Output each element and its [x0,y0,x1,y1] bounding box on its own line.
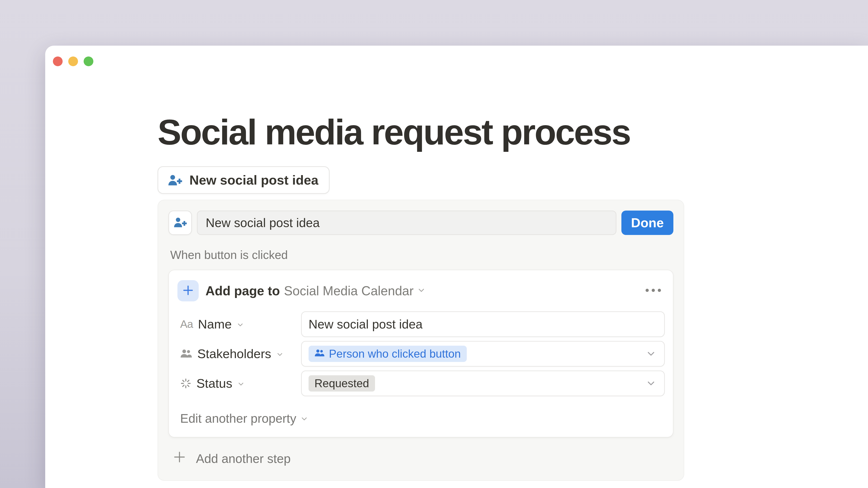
chevron-down-icon [646,379,656,388]
name-property-label[interactable]: Aa Name [178,317,301,331]
window-controls [53,57,93,66]
people-icon [180,349,192,359]
text-icon: Aa [180,318,193,330]
step-action-label: Add page to [206,283,280,298]
editor-header: Done [168,210,673,235]
person-add-icon [173,216,187,229]
button-editor-panel: Done When button is clicked Add page to [158,200,684,481]
new-social-post-idea-button[interactable]: New social post idea [158,166,330,194]
button-icon-picker[interactable] [168,210,192,235]
close-window-button[interactable] [53,57,63,66]
status-icon [180,378,191,389]
chevron-down-icon [276,346,283,361]
chevron-down-icon [301,411,308,426]
page-title[interactable]: Social media request process [158,111,685,154]
app-window: Social media request process New social … [45,46,868,488]
stakeholders-property-label[interactable]: Stakeholders [178,346,301,361]
minimize-window-button[interactable] [68,57,78,66]
trigger-caption: When button is clicked [170,248,673,262]
step-header: Add page to Social Media Calendar [178,280,665,301]
property-rows: Aa Name [178,311,665,396]
status-pill[interactable]: Requested [309,375,375,392]
person-pill-label: Person who clicked button [329,347,461,360]
add-another-step-button[interactable]: Add another step [168,447,673,470]
target-database-label: Social Media Calendar [284,283,413,298]
status-value-select[interactable]: Requested [301,370,665,396]
edit-another-property-button[interactable]: Edit another property [178,411,308,426]
chevron-down-icon [237,317,244,331]
chevron-down-icon [646,349,656,359]
add-page-step-chip[interactable] [178,280,199,301]
people-icon [314,347,325,360]
add-another-step-label: Add another step [196,451,291,466]
edit-another-property-label: Edit another property [180,411,296,426]
person-pill[interactable]: Person who clicked button [309,346,467,362]
property-label-text: Stakeholders [197,346,271,361]
target-database-select[interactable]: Social Media Calendar [284,283,425,298]
plus-icon [173,451,186,466]
stakeholders-value-select[interactable]: Person who clicked button [301,341,665,367]
property-row-status: Status Requested [178,370,665,396]
property-row-stakeholders: Stakeholders [178,341,665,367]
trigger-button-label: New social post idea [189,172,318,188]
person-add-icon [167,173,183,187]
property-label-text: Name [198,317,232,331]
property-row-name: Aa Name [178,311,665,337]
page-content: Social media request process New social … [158,46,685,481]
chevron-down-icon [417,286,426,295]
button-name-input[interactable] [197,210,616,235]
name-value-field [301,311,665,337]
ellipsis-icon [645,289,661,293]
automation-step-card: Add page to Social Media Calendar [168,270,673,437]
zoom-window-button[interactable] [84,57,93,66]
chevron-down-icon [237,376,245,391]
done-button[interactable]: Done [621,210,673,235]
name-value-input[interactable] [309,312,657,336]
property-label-text: Status [196,376,232,391]
plus-icon [182,285,194,297]
status-property-label[interactable]: Status [178,376,301,391]
step-more-options-button[interactable] [643,286,663,295]
